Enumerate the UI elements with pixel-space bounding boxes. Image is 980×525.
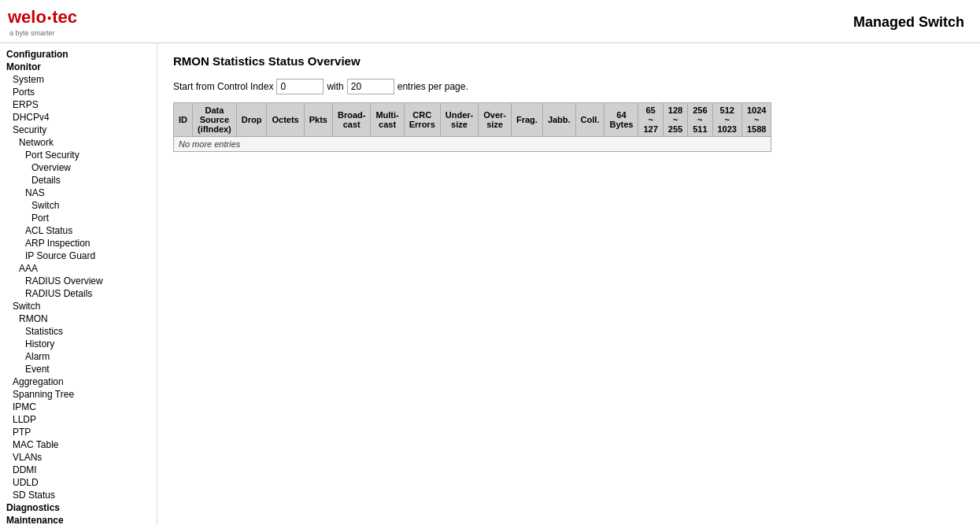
sidebar-item[interactable]: RMON bbox=[0, 312, 157, 325]
filter-row: Start from Control Index with entries pe… bbox=[173, 79, 964, 94]
col-broadcast: Broad-cast bbox=[332, 103, 370, 137]
logo-tagline: a byte smarter bbox=[9, 29, 77, 37]
sidebar-item[interactable]: VLANs bbox=[0, 451, 157, 464]
start-index-input[interactable] bbox=[276, 79, 324, 94]
col-256-511: 256~511 bbox=[688, 103, 712, 137]
sidebar-item[interactable]: MAC Table bbox=[0, 438, 157, 451]
col-undersize: Under-size bbox=[440, 103, 478, 137]
sidebar-item[interactable]: Details bbox=[0, 174, 157, 187]
col-1024-1588: 1024~1588 bbox=[741, 103, 771, 137]
with-label: with bbox=[327, 81, 343, 92]
sidebar-item[interactable]: IPMC bbox=[0, 401, 157, 413]
sidebar-item[interactable]: ERPS bbox=[0, 98, 157, 111]
main-content: RMON Statistics Status Overview Start fr… bbox=[157, 43, 980, 525]
col-pkts: Pkts bbox=[304, 103, 332, 137]
sidebar-item[interactable]: DDMI bbox=[0, 464, 157, 476]
sidebar-item[interactable]: ARP Inspection bbox=[0, 237, 157, 250]
sidebar-item[interactable]: Overview bbox=[0, 161, 157, 174]
sidebar-item[interactable]: Ports bbox=[0, 86, 157, 98]
sidebar-item[interactable]: Maintenance bbox=[0, 514, 157, 525]
col-128-255: 128~255 bbox=[663, 103, 687, 137]
col-65-127: 65~127 bbox=[638, 103, 663, 137]
sidebar-item[interactable]: RADIUS Details bbox=[0, 287, 157, 300]
col-oversize: Over-size bbox=[479, 103, 512, 137]
col-id: ID bbox=[174, 103, 193, 137]
sidebar-item[interactable]: Statistics bbox=[0, 325, 157, 338]
sidebar-item[interactable]: NAS bbox=[0, 187, 157, 199]
rmon-statistics-table: ID DataSource(ifIndex) Drop Octets Pkts … bbox=[173, 102, 771, 152]
col-datasource: DataSource(ifIndex) bbox=[193, 103, 237, 137]
logo: welo·tec a byte smarter bbox=[8, 6, 77, 37]
sidebar-item[interactable]: Diagnostics bbox=[0, 501, 157, 514]
sidebar-item[interactable]: Switch bbox=[0, 300, 157, 312]
col-frag: Frag. bbox=[511, 103, 542, 137]
sidebar-item[interactable]: PTP bbox=[0, 426, 157, 438]
sidebar-item[interactable]: Network bbox=[0, 136, 157, 149]
col-512-1023: 512~1023 bbox=[712, 103, 741, 137]
col-crc-errors: CRCErrors bbox=[404, 103, 440, 137]
sidebar-item[interactable]: History bbox=[0, 338, 157, 350]
logo-brand: welo·tec bbox=[8, 6, 77, 31]
col-jabb: Jabb. bbox=[542, 103, 575, 137]
col-drop: Drop bbox=[236, 103, 267, 137]
entries-label: entries per page. bbox=[398, 81, 468, 92]
sidebar-item[interactable]: IP Source Guard bbox=[0, 250, 157, 262]
sidebar-item[interactable]: Port Security bbox=[0, 149, 157, 161]
col-coll: Coll. bbox=[575, 103, 605, 137]
no-entries-cell: No more entries bbox=[174, 137, 771, 152]
sidebar-item[interactable]: Security bbox=[0, 124, 157, 136]
sidebar-item[interactable]: Port bbox=[0, 212, 157, 224]
sidebar-item[interactable]: Alarm bbox=[0, 350, 157, 363]
sidebar-item[interactable]: Event bbox=[0, 363, 157, 375]
sidebar-item[interactable]: Aggregation bbox=[0, 375, 157, 388]
sidebar-item[interactable]: AAA bbox=[0, 262, 157, 275]
entries-per-page-input[interactable] bbox=[347, 79, 394, 94]
sidebar: ConfigurationMonitorSystemPortsERPSDHCPv… bbox=[0, 43, 157, 525]
start-label: Start from Control Index bbox=[173, 81, 273, 92]
app-title: Managed Switch bbox=[853, 14, 964, 31]
sidebar-item[interactable]: RADIUS Overview bbox=[0, 275, 157, 287]
sidebar-item[interactable]: SD Status bbox=[0, 489, 157, 501]
sidebar-item[interactable]: Monitor bbox=[0, 61, 157, 73]
sidebar-item[interactable]: Configuration bbox=[0, 48, 157, 61]
sidebar-item[interactable]: Spanning Tree bbox=[0, 388, 157, 401]
sidebar-item[interactable]: System bbox=[0, 73, 157, 86]
sidebar-item[interactable]: ACL Status bbox=[0, 224, 157, 237]
sidebar-item[interactable]: UDLD bbox=[0, 476, 157, 489]
col-multicast: Multi-cast bbox=[371, 103, 404, 137]
no-entries-row: No more entries bbox=[174, 137, 771, 152]
sidebar-item[interactable]: DHCPv4 bbox=[0, 111, 157, 124]
sidebar-item[interactable]: LLDP bbox=[0, 413, 157, 426]
col-64bytes: 64Bytes bbox=[605, 103, 638, 137]
page-title: RMON Statistics Status Overview bbox=[173, 54, 964, 68]
col-octets: Octets bbox=[267, 103, 304, 137]
sidebar-item[interactable]: Switch bbox=[0, 199, 157, 212]
